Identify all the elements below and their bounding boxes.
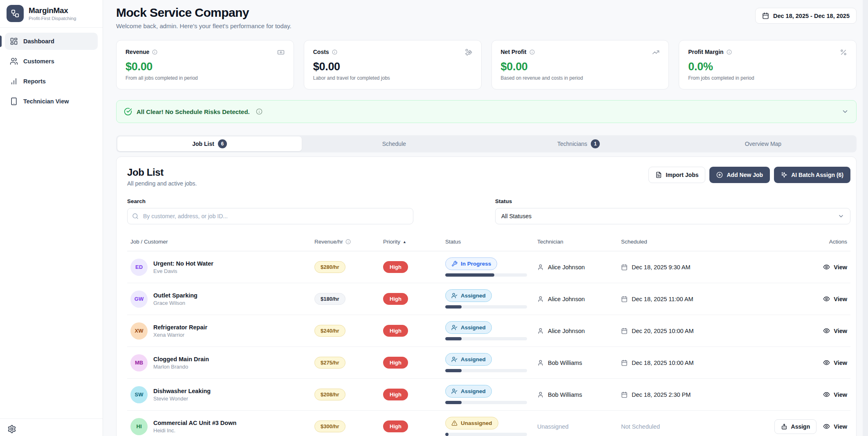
info-icon[interactable] [256,108,262,115]
user-icon [537,296,544,302]
kpi-description: From jobs completed in period [688,75,847,81]
eye-icon [823,359,830,366]
eye-icon [823,327,830,334]
view-button[interactable]: View [823,327,847,334]
sparkles-icon [781,172,787,178]
status-icon [451,261,458,267]
job-table: Job / Customer Revenue/hr Priority ▲ Sta… [127,233,850,436]
tab-job-list[interactable]: Job List 6 [117,136,302,151]
info-icon[interactable] [152,49,157,55]
user-icon [537,264,544,271]
chevron-down-icon[interactable] [841,108,849,115]
tab-technicians[interactable]: Technicians 1 [487,136,671,151]
customer-name: Stevie Wonder [153,396,211,402]
sidebar-footer [0,418,103,436]
job-table-header: Job / Customer Revenue/hr Priority ▲ Sta… [127,233,850,251]
eye-icon [823,391,830,398]
sidebar-item-label: Reports [23,78,46,85]
info-icon[interactable] [345,239,351,244]
customer-name: Heidi Inc. [153,427,236,434]
file-text-icon [655,172,662,178]
scheduled-text: Dec 18, 2025 10:00 AM [632,360,694,366]
table-row: XW Refrigerator Repair Xena Warrior $240… [127,315,850,347]
status-label: Assigned [461,324,486,331]
sidebar-item-label: Customers [23,58,54,65]
sidebar-item-technician-view[interactable]: Technician View [5,93,98,110]
sidebar-item-reports[interactable]: Reports [5,73,98,90]
kpi-value: $0.00 [126,60,285,73]
tab-label: Technicians [557,141,587,147]
tab-bar: Job List 6 Schedule Technicians 1 Overvi… [116,135,857,152]
user-icon [537,391,544,398]
users-icon [10,57,18,65]
column-header-job-customer: Job / Customer [130,239,314,245]
status-label: Assigned [461,388,486,394]
tab-overview-map[interactable]: Overview Map [671,136,855,151]
kpi-value: 0.0% [688,60,847,73]
trending-up-icon [652,49,659,56]
date-range-button[interactable]: Dec 18, 2025 - Dec 18, 2025 [755,8,857,24]
job-title: Dishwasher Leaking [153,388,211,394]
add-new-job-button[interactable]: Add New Job [709,167,770,183]
status-icon [451,356,458,362]
info-icon[interactable] [727,49,732,55]
progress-bar [445,337,527,340]
view-button[interactable]: View [823,391,847,398]
progress-fill [445,305,462,309]
technician-cell: Unassigned [537,423,621,430]
sidebar-item-label: Technician View [23,98,69,105]
progress-bar [445,369,527,372]
gear-icon[interactable] [7,425,16,434]
column-header-status: Status [445,239,537,245]
scheduled-text: Dec 20, 2025 10:00 AM [632,328,694,334]
schedule-risk-banner[interactable]: All Clear! No Schedule Risks Detected. [116,100,857,123]
status-select-value: All Statuses [501,213,532,219]
column-header-revenue: Revenue/hr [314,239,383,245]
status-icon [451,293,458,299]
customer-name: Marlon Brando [153,364,209,370]
kpi-card-costs: Costs $0.00 Labor and travel for complet… [304,40,482,89]
info-icon[interactable] [332,49,337,55]
kpi-card-profit-margin: Profit Margin 0.0% From jobs completed i… [679,40,857,89]
sidebar-item-dashboard[interactable]: Dashboard [5,33,98,50]
search-input[interactable] [127,208,413,224]
section-subtitle: All pending and active jobs. [127,180,197,187]
assign-button[interactable]: Assign [774,419,817,434]
scheduled-text: Not Scheduled [621,423,660,430]
scrollbar-track[interactable] [863,0,868,436]
view-button[interactable]: View [823,423,847,430]
scheduled-cell: Dec 18, 2025 11:00 AM [621,296,770,302]
import-jobs-button[interactable]: Import Jobs [648,167,705,183]
brand-logo [7,5,24,22]
status-select[interactable]: All Statuses [495,208,850,224]
search-icon [132,213,139,219]
status-badge: Assigned [445,353,492,366]
column-header-technician: Technician [537,239,621,245]
view-button[interactable]: View [823,264,847,271]
status-label: Assigned [461,356,486,362]
ai-batch-assign-button[interactable]: AI Batch Assign (6) [774,167,850,183]
kpi-label: Profit Margin [688,49,723,55]
progress-fill [445,369,462,372]
status-icon [451,388,458,394]
job-table-body: ED Urgent: No Hot Water Eve Davis $280/h… [127,251,850,436]
page-title: Mock Service Company [116,6,292,20]
column-header-priority[interactable]: Priority ▲ [383,239,445,245]
scheduled-cell: Not Scheduled [621,423,770,430]
view-button[interactable]: View [823,295,847,302]
button-label: Add New Job [727,172,763,178]
avatar: MB [130,354,148,371]
sidebar-item-customers[interactable]: Customers [5,53,98,70]
info-icon[interactable] [529,49,535,55]
tab-schedule[interactable]: Schedule [302,136,486,151]
priority-badge: High [383,357,408,369]
revenue-pill: $280/hr [314,261,345,273]
user-icon [537,328,544,334]
tab-label: Overview Map [745,141,781,147]
kpi-label: Net Profit [501,49,527,55]
kpi-description: Labor and travel for completed jobs [313,75,472,81]
job-title: Outlet Sparking [153,292,197,299]
row-calendar-icon [621,264,628,271]
calendar-icon [762,12,769,19]
view-button[interactable]: View [823,359,847,366]
